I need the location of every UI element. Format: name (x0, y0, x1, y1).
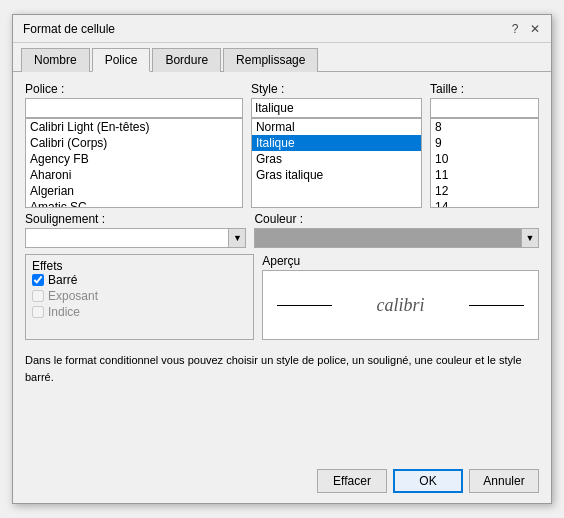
police-listbox-wrapper: Calibri Light (En-têtes) Calibri (Corps)… (25, 118, 243, 208)
apercu-section: calibri (262, 270, 539, 340)
annuler-button[interactable]: Annuler (469, 469, 539, 493)
exposant-checkbox[interactable] (32, 290, 44, 302)
police-input[interactable] (25, 98, 243, 118)
button-row: Effacer OK Annuler (25, 465, 539, 493)
list-item[interactable]: Gras (252, 151, 421, 167)
effets-section: Effets Barré Exposant Indice (25, 254, 254, 340)
info-text: Dans le format conditionnel vous pouvez … (25, 352, 539, 385)
list-item[interactable]: 11 (431, 167, 538, 183)
style-label: Style : (251, 82, 422, 96)
effets-title: Effets (32, 259, 62, 273)
apercu-left-line (277, 305, 332, 306)
exposant-row: Exposant (32, 289, 247, 303)
indice-row: Indice (32, 305, 247, 319)
barre-row: Barré (32, 273, 247, 287)
tab-bar: Nombre Police Bordure Remplissage (13, 43, 551, 72)
police-listbox[interactable]: Calibri Light (En-têtes) Calibri (Corps)… (25, 118, 243, 208)
close-button[interactable]: ✕ (527, 21, 543, 37)
font-row: Police : Calibri Light (En-têtes) Calibr… (25, 82, 539, 208)
indice-label: Indice (48, 305, 80, 319)
style-column: Style : Normal Italique Gras Gras italiq… (251, 82, 422, 208)
taille-input[interactable] (430, 98, 539, 118)
list-item[interactable]: 8 (431, 119, 538, 135)
list-item[interactable]: Normal (252, 119, 421, 135)
list-item[interactable]: Agency FB (26, 151, 242, 167)
list-item[interactable]: Aharoni (26, 167, 242, 183)
indice-checkbox[interactable] (32, 306, 44, 318)
couleur-column: Couleur : ▼ (254, 212, 539, 248)
soulignement-select-wrapper: ▼ (25, 228, 246, 248)
effets-apercu-row: Effets Barré Exposant Indice Aperçu (25, 254, 539, 346)
taille-listbox[interactable]: 8 9 10 11 12 14 (430, 118, 539, 208)
police-column: Police : Calibri Light (En-têtes) Calibr… (25, 82, 243, 208)
effacer-button[interactable]: Effacer (317, 469, 387, 493)
color-swatch[interactable] (254, 228, 521, 248)
list-item[interactable]: Gras italique (252, 167, 421, 183)
list-item[interactable]: 12 (431, 183, 538, 199)
soulignement-column: Soulignement : ▼ (25, 212, 246, 248)
barre-checkbox[interactable] (32, 274, 44, 286)
style-listbox-wrapper: Normal Italique Gras Gras italique (251, 118, 422, 208)
format-cellule-dialog: Format de cellule ? ✕ Nombre Police Bord… (12, 14, 552, 504)
taille-column: Taille : 8 9 10 11 12 14 (430, 82, 539, 208)
list-item[interactable]: Amatic SC (26, 199, 242, 208)
police-label: Police : (25, 82, 243, 96)
apercu-content: calibri (277, 295, 524, 316)
couleur-selector: ▼ (254, 228, 539, 248)
underline-color-row: Soulignement : ▼ Couleur : ▼ (25, 212, 539, 248)
taille-listbox-wrapper: 8 9 10 11 12 14 (430, 118, 539, 208)
apercu-column: Aperçu calibri (262, 254, 539, 346)
ok-button[interactable]: OK (393, 469, 463, 493)
tab-remplissage[interactable]: Remplissage (223, 48, 318, 72)
title-bar: Format de cellule ? ✕ (13, 15, 551, 43)
list-item-italique[interactable]: Italique (252, 135, 421, 151)
color-dropdown-arrow[interactable]: ▼ (521, 228, 539, 248)
list-item[interactable]: 14 (431, 199, 538, 208)
dialog-title: Format de cellule (23, 22, 115, 36)
apercu-text: calibri (369, 295, 433, 316)
taille-label: Taille : (430, 82, 539, 96)
tab-police[interactable]: Police (92, 48, 151, 72)
apercu-label: Aperçu (262, 254, 539, 268)
list-item[interactable]: Algerian (26, 183, 242, 199)
tab-nombre[interactable]: Nombre (21, 48, 90, 72)
apercu-right-line (469, 305, 524, 306)
barre-label: Barré (48, 273, 77, 287)
help-button[interactable]: ? (507, 21, 523, 37)
exposant-label: Exposant (48, 289, 98, 303)
soulignement-select[interactable] (25, 228, 246, 248)
couleur-label: Couleur : (254, 212, 539, 226)
title-bar-controls: ? ✕ (507, 21, 543, 37)
style-listbox[interactable]: Normal Italique Gras Gras italique (251, 118, 422, 208)
list-item[interactable]: Calibri (Corps) (26, 135, 242, 151)
style-input[interactable] (251, 98, 422, 118)
list-item[interactable]: 10 (431, 151, 538, 167)
tab-bordure[interactable]: Bordure (152, 48, 221, 72)
soulignement-label: Soulignement : (25, 212, 246, 226)
list-item[interactable]: 9 (431, 135, 538, 151)
list-item[interactable]: Calibri Light (En-têtes) (26, 119, 242, 135)
tab-content: Police : Calibri Light (En-têtes) Calibr… (13, 72, 551, 503)
